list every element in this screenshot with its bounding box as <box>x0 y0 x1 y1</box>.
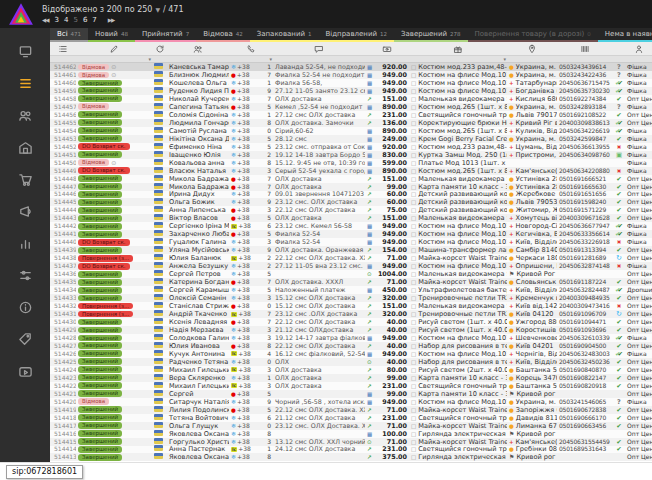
order-row[interactable]: 514440DO Возврат ск.Гуцалюк Галина❄+383Ф… <box>50 238 652 246</box>
order-row[interactable]: 514455ЗавершенийЛюдмила Гончарова❄+388ОЛ… <box>50 119 652 127</box>
order-row[interactable]: 514445ЗавершенийОльга Божик❄+38923.12 см… <box>50 198 652 206</box>
order-row[interactable]: 514423ЗавершенийВера Скляренко❄+381ОЛХ д… <box>50 374 652 382</box>
order-row[interactable]: 514427ЗавершенийЮлия Иванова●+38822.12 с… <box>50 342 652 350</box>
order-row[interactable]: 514441ЗавершенийЗахарченко Люба●+385Фиал… <box>50 230 652 238</box>
tags-icon[interactable] <box>18 332 33 347</box>
order-row[interactable]: 514460ЗавершенийКошелева Ольга Ар...❄+38… <box>50 79 652 87</box>
order-row[interactable]: 514453ЗавершенийНікітіна Оксана Дми...❄+… <box>50 135 652 143</box>
order-row[interactable]: 514454ЗавершенийСамотій Руслана Во...❄+3… <box>50 127 652 135</box>
tab-Запакований[interactable]: Запакований1 <box>250 28 319 42</box>
tab-Прийнятий[interactable]: Прийнятий7 <box>135 28 196 42</box>
info-icon[interactable] <box>18 300 33 315</box>
sip-link[interactable]: sip:0672818601 <box>6 465 83 479</box>
settings-icon[interactable] <box>18 268 33 283</box>
order-row[interactable]: 514418ЗавершенийТетяна Войтович❄+38621.1… <box>50 414 652 422</box>
warehouse-icon[interactable] <box>18 140 33 155</box>
order-row[interactable]: 514442ЗавершенийСергіенко Іріна Ми...lc+… <box>50 222 652 230</box>
column-header-tstatus[interactable] <box>613 42 625 55</box>
order-row[interactable]: 514448ЗавершенийМикола Бадражан●+387ОЛХ … <box>50 175 652 183</box>
page-number-6[interactable]: 6 <box>83 16 87 24</box>
order-row[interactable]: 514433ЗавершенийОлексій Семанін❄+38315.1… <box>50 294 652 302</box>
tab-Відправлений[interactable]: Відправлений12 <box>319 28 394 42</box>
order-row[interactable]: 514438Повернення (з...Юлия Баланюкlc+382… <box>50 254 652 262</box>
order-row[interactable]: 514425ЗавершенийРадченко Тетяна❄+380ОЛХ⊙… <box>50 358 652 366</box>
page-size-caret-icon[interactable]: ▼ <box>155 5 160 14</box>
order-row[interactable]: 514422ЗавершенийМихаил Гилецькийlc+383ОЛ… <box>50 382 652 390</box>
tab-Новий[interactable]: Новий48 <box>88 28 135 42</box>
order-row[interactable]: 514462Відмова⊙Каневська Тамара ...❄+381Л… <box>50 63 652 71</box>
column-header-product[interactable] <box>409 42 507 55</box>
page-number-4[interactable]: 4 <box>64 16 68 24</box>
order-row[interactable]: 514421ЗавершенийСергей●+385▦99.00□Карта … <box>50 390 652 398</box>
orders-icon[interactable] <box>18 76 33 91</box>
order-row[interactable]: 514444ЗавершенийАнна Липенська●+38322.12… <box>50 206 652 214</box>
first-page-icon[interactable]: ◀◀ <box>42 16 48 24</box>
order-row[interactable]: 514449DO Возврат ск.Власюк Наталья❄+383С… <box>50 167 652 175</box>
column-header-id[interactable] <box>50 42 76 55</box>
stats-icon[interactable] <box>18 236 33 251</box>
video-icon[interactable] <box>18 364 33 379</box>
order-row[interactable]: 514457ВідмоваСапегина Татьяна С...●+385К… <box>50 103 652 111</box>
order-row[interactable]: 514458ЗавершенийНиколай Кучеренко❄+387ОЛ… <box>50 95 652 103</box>
order-row[interactable]: 514461Відмова⊙Близнюк Людмила ...●+387Фи… <box>50 71 652 79</box>
filter-caret-icon[interactable]: ▾ <box>269 56 272 63</box>
order-row[interactable]: 514432Повернення (з...Станіслав Стрижак●… <box>50 302 652 310</box>
order-row[interactable]: 514419ЗавершенийЛилия Подолинская●+38522… <box>50 406 652 414</box>
tab-Всі[interactable]: Всі471 <box>50 28 88 42</box>
order-row[interactable]: 514430ЗавершенийКсенія Левадняя●+38722.1… <box>50 318 652 326</box>
tab-Нема в наявності[interactable]: Нема в наявності1 <box>598 28 652 42</box>
column-header-tracking[interactable] <box>557 42 613 55</box>
order-row[interactable]: 514414ЗавершенийАнна Пастернакlc+38124.1… <box>50 446 652 454</box>
page-number-3[interactable]: 3 <box>54 16 58 24</box>
order-row[interactable]: 514439ЗавершенийУляна Мусійовська❄+389ОЛ… <box>50 246 652 254</box>
order-row[interactable]: 514437DO Возврат ск.Анжела Безушку❄+3822… <box>50 262 652 270</box>
order-row[interactable]: 514420ВідмоваСитарчук Наталія Гр...❄+389… <box>50 398 652 406</box>
column-header-name[interactable] <box>167 42 229 55</box>
tab-Повернення товару (в дорозі)[interactable]: Повернення товару (в дорозі)0 <box>468 28 598 42</box>
page-number-7[interactable]: 7 <box>92 16 96 24</box>
order-row[interactable]: 514436ЗавершенийСергей Петров❄+385⊙1004.… <box>50 270 652 278</box>
order-row[interactable]: 514434ЗавершенийСергей Карамышев❄+385Нал… <box>50 286 652 294</box>
monitor-icon[interactable] <box>18 44 33 59</box>
page-number-5[interactable]: 5 <box>73 16 77 24</box>
product-box-icon: □ <box>411 398 416 406</box>
column-header-phone[interactable] <box>229 42 273 55</box>
column-header-price[interactable] <box>365 42 409 55</box>
order-row[interactable]: 514446ЗавершенийИрина Дидух❄+38709.01 зв… <box>50 191 652 199</box>
order-row[interactable]: 514424ЗавершенийМихаил Гилецькийlc+383ОЛ… <box>50 366 652 374</box>
order-row[interactable]: 514447ЗавершенийМикола Бадражан●+387ОЛХ … <box>50 183 652 191</box>
column-filter-phone[interactable]: ▾ <box>229 56 273 62</box>
cart-icon[interactable] <box>18 172 33 187</box>
order-row[interactable]: 514452DO Возврат ск.Єфименко Ніна❄+38523… <box>50 143 652 151</box>
order-row[interactable]: 514435ЗавершенийКатерина Богданова●+387О… <box>50 278 652 286</box>
column-header-location[interactable] <box>507 42 557 55</box>
order-row[interactable]: 514413ЗавершенийЯковлева Оксана❄+388↗375… <box>50 453 652 461</box>
order-row[interactable]: 514431Повернення (з...Андрій Ткаченкоlc+… <box>50 310 652 318</box>
order-row[interactable]: 514429ЗавершенийНадія Мерзаєва❄+38321.12… <box>50 326 652 334</box>
announcements-icon[interactable] <box>18 204 33 219</box>
order-row[interactable]: 514426ЗавершенийКучук Антонинаlc+38416.1… <box>50 350 652 358</box>
column-filter-product[interactable]: ▾ <box>409 56 507 62</box>
order-row[interactable]: 514459ЗавершенийРуденко Лидия Пав...●+38… <box>50 87 652 95</box>
tab-Відмова[interactable]: Відмова42 <box>196 28 250 42</box>
filter-caret-icon[interactable]: ▾ <box>148 56 151 63</box>
column-header-message[interactable] <box>273 42 365 55</box>
order-row[interactable]: 514417ЗавершенийОльга Глущук❄+38023.12 с… <box>50 422 652 430</box>
users-icon[interactable] <box>18 108 33 123</box>
column-header-status[interactable] <box>76 42 152 55</box>
phone-prefix: +38 <box>237 206 250 214</box>
order-row[interactable]: 514451ЗавершенийІващенко Юлія❄+38219.12 … <box>50 151 652 159</box>
filter-caret-icon[interactable]: ▾ <box>503 56 506 63</box>
order-row[interactable]: 514443ЗавершенийВіктор Власов●+385ОЛХ до… <box>50 214 652 222</box>
order-row[interactable]: 514456ЗавершенийСоломія Сідоніна❄+38127.… <box>50 111 652 119</box>
column-header-flag[interactable] <box>152 42 167 55</box>
location-cell: +Шевченкове (К... <box>507 334 557 342</box>
tab-Завершений[interactable]: Завершений278 <box>394 28 468 42</box>
order-row[interactable]: 514450Відмова⊙Ковальова анна❄+38815.12. … <box>50 159 652 167</box>
last-page-icon[interactable]: ▶▶ <box>108 16 114 24</box>
column-filter-status[interactable]: ▾ <box>76 56 152 62</box>
order-row[interactable]: 514415ЗавершенийГоргулько Христина...❄+3… <box>50 438 652 446</box>
order-row[interactable]: 514416ЗавершенийЯковлева Оксана❄+388▦100… <box>50 430 652 438</box>
order-row[interactable]: 514428ЗавершенийСолодкова Галина В...❄+3… <box>50 334 652 342</box>
column-header-source[interactable] <box>625 42 652 55</box>
